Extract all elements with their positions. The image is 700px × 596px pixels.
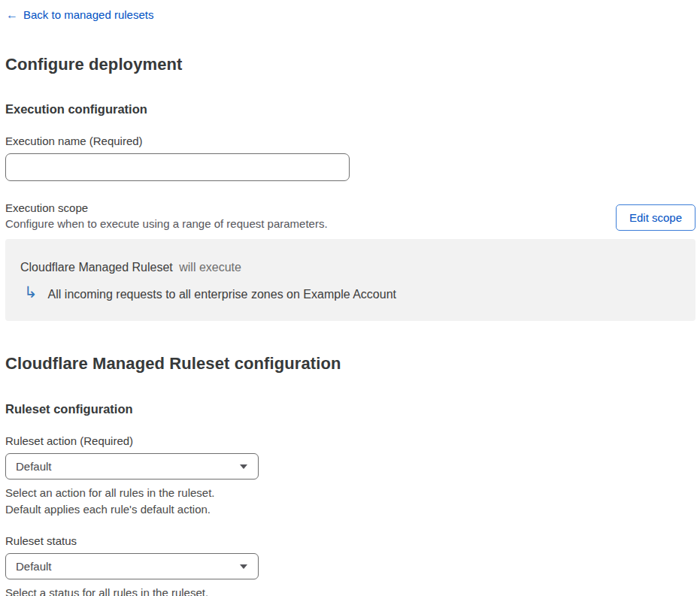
- ruleset-action-label: Ruleset action (Required): [5, 434, 695, 448]
- execution-configuration-heading: Execution configuration: [5, 101, 695, 116]
- ruleset-action-select[interactable]: Default: [5, 453, 259, 480]
- execution-scope-row: Execution scope Configure when to execut…: [5, 200, 695, 231]
- chevron-down-icon: [240, 564, 247, 569]
- scope-ruleset-name: Cloudflare Managed Ruleset: [20, 261, 173, 274]
- back-link-label: Back to managed rulesets: [23, 8, 153, 23]
- ruleset-action-selected-value: Default: [16, 460, 52, 473]
- ruleset-status-help-line1: Select a status for all rules in the rul…: [5, 585, 695, 596]
- scope-will-execute-text: will execute: [179, 261, 241, 274]
- scope-summary-panel: Cloudflare Managed Ruleset will execute …: [5, 239, 695, 321]
- chevron-down-icon: [240, 464, 247, 469]
- ruleset-status-selected-value: Default: [16, 560, 52, 573]
- execution-scope-description: Configure when to execute using a range …: [5, 216, 328, 231]
- ruleset-status-select[interactable]: Default: [5, 553, 259, 579]
- back-arrow-icon: ←: [6, 8, 18, 23]
- page-title: Configure deployment: [5, 54, 695, 74]
- edit-scope-button[interactable]: Edit scope: [616, 204, 695, 231]
- ruleset-configuration-heading: Ruleset configuration: [5, 401, 695, 416]
- back-to-managed-rulesets-link[interactable]: ← Back to managed rulesets: [6, 8, 153, 23]
- branch-arrow-icon: ↳: [24, 285, 38, 300]
- execution-name-input[interactable]: [5, 153, 350, 181]
- ruleset-status-label: Ruleset status: [5, 534, 695, 548]
- ruleset-action-help-line1: Select an action for all rules in the ru…: [5, 485, 695, 501]
- scope-summary-detail: All incoming requests to all enterprise …: [48, 286, 396, 303]
- ruleset-action-help-line2: Default applies each rule's default acti…: [5, 501, 695, 518]
- execution-scope-text: Execution scope Configure when to execut…: [5, 200, 328, 231]
- execution-name-label: Execution name (Required): [5, 135, 695, 148]
- configure-deployment-page: ← Back to managed rulesets Configure dep…: [0, 0, 700, 596]
- execution-scope-label: Execution scope: [5, 200, 328, 216]
- scope-summary-headline: Cloudflare Managed Ruleset will execute: [20, 260, 680, 275]
- scope-summary-detail-row: ↳ All incoming requests to all enterpris…: [24, 286, 680, 303]
- ruleset-configuration-title: Cloudflare Managed Ruleset configuration: [5, 353, 695, 374]
